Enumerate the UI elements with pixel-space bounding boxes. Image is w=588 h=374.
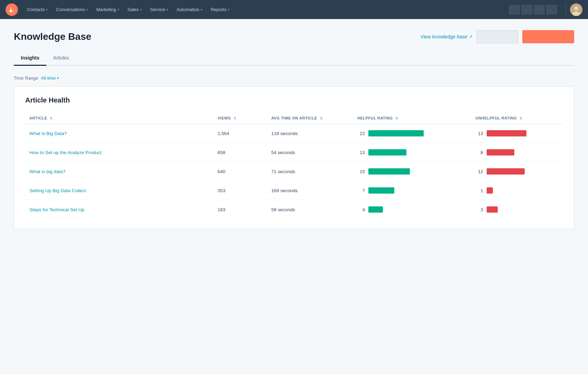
sort-icon[interactable]: ⇅ [233, 117, 237, 120]
article-name-cell: What is big data? [25, 162, 213, 181]
article-link[interactable]: How to Set up the Analyze Product [29, 150, 102, 155]
nav-icon-btn-4[interactable] [546, 5, 557, 15]
article-link[interactable]: Setting Up Big Data Collect [29, 188, 86, 193]
unhelpful-bar-wrap [487, 187, 493, 194]
article-name-cell: What is Big Data? [25, 124, 213, 143]
nav-service[interactable]: Service ▾ [147, 5, 172, 14]
unhelpful-bar [487, 130, 526, 136]
table-row: What is big data? 640 71 seconds 15 12 [25, 162, 563, 181]
table-header-row: ARTICLE ⇅ VIEWS ⇅ AVG TIME ON ARTICLE ⇅ … [25, 113, 563, 124]
user-avatar[interactable] [570, 3, 582, 16]
unhelpful-number: 12 [476, 169, 483, 174]
sort-icon[interactable]: ⇅ [50, 117, 53, 120]
chevron-down-icon: ▾ [228, 8, 230, 11]
unhelpful-bar [487, 149, 514, 155]
col-header-avg-time: AVG TIME ON ARTICLE ⇅ [267, 113, 353, 124]
helpful-bar-wrap [368, 149, 406, 155]
unhelpful-number: 13 [476, 131, 483, 136]
article-link[interactable]: What is Big Data? [29, 131, 67, 136]
chevron-down-icon: ▾ [140, 8, 142, 11]
nav-contacts[interactable]: Contacts ▾ [24, 5, 51, 14]
helpful-rating-cell: 13 [353, 143, 471, 162]
helpful-number: 13 [357, 150, 365, 155]
unhelpful-rating-cell: 8 [471, 143, 563, 162]
nav-icon-btn-3[interactable] [534, 5, 545, 15]
helpful-number: 4 [357, 207, 365, 212]
header-actions: View knowledge base ↗ [421, 30, 574, 43]
views-cell: 183 [213, 200, 267, 219]
time-range-value[interactable]: All time ▾ [41, 75, 59, 81]
helpful-bar-wrap [368, 130, 424, 136]
article-name-cell: Steps for Technical Set Up [25, 200, 213, 219]
avg-time-cell: 169 seconds [267, 181, 353, 200]
chevron-down-icon: ▾ [86, 8, 88, 11]
chevron-down-icon: ▾ [201, 8, 202, 11]
unhelpful-bar [487, 187, 493, 194]
view-knowledge-base-link[interactable]: View knowledge base ↗ [421, 34, 472, 39]
tab-articles[interactable]: Articles [46, 52, 76, 66]
tab-bar: Insights Articles [14, 52, 574, 66]
table-row: What is Big Data? 1,564 118 seconds 22 1… [25, 124, 563, 143]
nav-divider [566, 3, 566, 16]
chevron-down-icon: ▾ [166, 8, 168, 11]
helpful-number: 15 [357, 169, 365, 174]
helpful-bar-wrap [368, 168, 410, 175]
chevron-down-icon: ▾ [46, 8, 48, 11]
article-link[interactable]: Steps for Technical Set Up [29, 207, 84, 212]
secondary-action-button[interactable] [477, 30, 518, 43]
table-row: How to Set up the Analyze Product 658 54… [25, 143, 563, 162]
nav-icon-btn-1[interactable] [509, 5, 520, 15]
table-row: Setting Up Big Data Collect 353 169 seco… [25, 181, 563, 200]
time-range-filter: Time Range All time ▾ [14, 75, 574, 81]
avg-time-cell: 58 seconds [267, 200, 353, 219]
hubspot-logo[interactable] [6, 3, 18, 16]
chevron-down-icon: ▾ [118, 8, 119, 11]
chevron-down-icon: ▾ [57, 76, 59, 80]
helpful-bar [368, 149, 406, 155]
unhelpful-bar-wrap [487, 130, 526, 136]
sort-icon[interactable]: ⇅ [320, 117, 323, 120]
time-range-label: Time Range [14, 75, 38, 81]
article-health-card: Article Health ARTICLE ⇅ VIEWS ⇅ AVG TIM… [14, 86, 574, 229]
views-cell: 640 [213, 162, 267, 181]
navbar: Contacts ▾ Conversations ▾ Marketing ▾ S… [0, 0, 588, 19]
svg-point-1 [11, 9, 14, 12]
article-health-table: ARTICLE ⇅ VIEWS ⇅ AVG TIME ON ARTICLE ⇅ … [25, 113, 563, 219]
unhelpful-number: 8 [476, 150, 483, 155]
nav-reports[interactable]: Reports ▾ [207, 5, 233, 14]
tab-insights[interactable]: Insights [14, 52, 46, 66]
nav-sales[interactable]: Sales ▾ [124, 5, 146, 14]
nav-automation[interactable]: Automation ▾ [173, 5, 206, 14]
page-content: Knowledge Base View knowledge base ↗ Ins… [0, 19, 588, 240]
helpful-number: 7 [357, 188, 365, 193]
helpful-rating-cell: 22 [353, 124, 471, 143]
table-row: Steps for Technical Set Up 183 58 second… [25, 200, 563, 219]
unhelpful-bar [487, 206, 498, 213]
article-name-cell: Setting Up Big Data Collect [25, 181, 213, 200]
helpful-rating-cell: 15 [353, 162, 471, 181]
nav-icon-group [509, 5, 557, 15]
helpful-rating-cell: 4 [353, 200, 471, 219]
external-link-icon: ↗ [469, 34, 472, 39]
nav-icon-btn-2[interactable] [521, 5, 532, 15]
nav-conversations[interactable]: Conversations ▾ [53, 5, 91, 14]
unhelpful-bar-wrap [487, 149, 514, 155]
avg-time-cell: 71 seconds [267, 162, 353, 181]
article-link[interactable]: What is big data? [29, 169, 65, 174]
helpful-rating-cell: 7 [353, 181, 471, 200]
views-cell: 1,564 [213, 124, 267, 143]
sort-icon[interactable]: ⇅ [520, 117, 523, 120]
sort-icon[interactable]: ⇅ [395, 117, 398, 120]
unhelpful-rating-cell: 13 [471, 124, 563, 143]
primary-action-button[interactable] [522, 30, 574, 43]
views-cell: 658 [213, 143, 267, 162]
helpful-bar-wrap [368, 206, 383, 213]
helpful-number: 22 [357, 131, 365, 136]
nav-marketing[interactable]: Marketing ▾ [93, 5, 122, 14]
helpful-bar [368, 168, 410, 175]
avg-time-cell: 54 seconds [267, 143, 353, 162]
svg-point-3 [574, 6, 578, 10]
helpful-bar [368, 187, 394, 194]
page-title: Knowledge Base [14, 31, 91, 42]
unhelpful-bar-wrap [487, 168, 525, 175]
